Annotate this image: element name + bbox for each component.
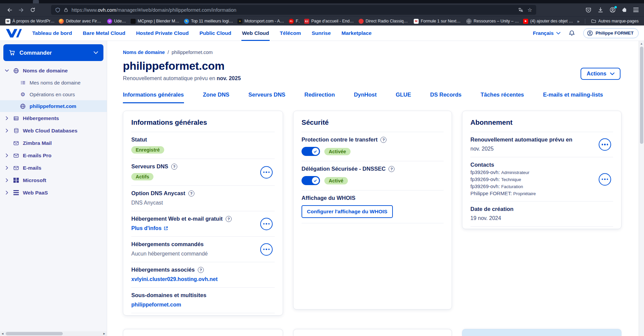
url-bar[interactable]: https://www.ovh.com/manager/#/web/domain… [51,5,536,15]
renewal-menu-button[interactable] [599,138,611,151]
bookmark-star-icon[interactable]: ☆ [527,7,532,13]
nav-bare-metal-cloud[interactable]: Bare Metal Cloud [83,25,126,41]
nav-web-cloud[interactable]: Web Cloud [242,25,269,41]
bookmarks-overflow-chevron[interactable]: » [576,19,581,24]
bookmark-item[interactable]: F1F1 [287,18,302,24]
scroll-left-arrow[interactable]: ◄ [0,331,5,336]
scroll-right-arrow[interactable]: ► [102,331,107,336]
bookmarks-bar: WÀ propos de WordPress Débuter avec Fire… [0,16,644,25]
pocket-icon[interactable] [585,7,592,13]
nav-telecom[interactable]: Télécom [280,25,301,41]
order-button[interactable]: Commander [3,44,103,61]
bookmark-item[interactable]: EJPage d'accueil - Endur... [302,18,357,24]
sidebar-horizontal-scrollbar[interactable]: ◄ ► [0,331,107,336]
created-value: 19 nov. 2024 [470,215,613,221]
user-account-button[interactable]: Philippe FORMET [583,28,639,38]
dnssec-status-badge: Activé [324,177,348,184]
sidebar-item-microsoft[interactable]: Microsoft [0,174,107,186]
bookmark-item[interactable]: Débuter avec Firefox [57,18,105,24]
help-icon[interactable]: ? [380,137,386,143]
sidebar-item-emails[interactable]: E-mails [0,162,107,174]
envelope-icon [13,140,19,146]
sidebar-item-web-paas[interactable]: Web PaaS [0,186,107,199]
nav-sunrise[interactable]: Sunrise [312,25,331,41]
breadcrumb-root-link[interactable]: Noms de domaine [123,50,165,55]
freehost-menu-button[interactable] [260,218,273,230]
bookmark-item[interactable]: ✎Top 11 meilleurs logici... [182,18,235,24]
downloads-icon[interactable] [597,7,604,13]
bookmark-item[interactable]: MCprep | Blender Min... [129,18,182,24]
nav-tableau-de-bord[interactable]: Tableau de bord [32,25,72,41]
scrollbar-thumb[interactable] [6,332,63,335]
tab-taches-recentes[interactable]: Tâches récentes [480,92,524,103]
forward-button[interactable] [15,5,27,15]
tab-zone-dns[interactable]: Zone DNS [203,92,229,103]
sidebar-item-mes-noms-de-domaine[interactable]: Mes noms de domaine [0,77,107,89]
translate-icon[interactable] [518,7,523,13]
browser-tab[interactable] [33,0,39,3]
lock-icon[interactable] [63,7,68,12]
row-hebergement-gratuit: Hébergement Web et e-mail gratuit? Plus … [131,211,275,237]
sidebar-item-zimbra-mail[interactable]: Zimbra Mail [0,137,107,149]
configure-whois-button[interactable]: Configurer l'affichage du WHOIS [302,205,393,218]
extensions-puzzle-icon[interactable] [622,7,628,13]
help-icon[interactable]: ? [226,216,232,222]
subdomain-link[interactable]: philippeformet.com [131,302,181,308]
language-selector[interactable]: Français [533,30,560,36]
actions-button[interactable]: Actions [581,68,620,80]
nav-marketplace[interactable]: Marketplace [341,25,372,41]
tab-ds-records[interactable]: DS Records [430,92,462,103]
tab-serveurs-dns[interactable]: Serveurs DNS [248,92,285,103]
help-icon[interactable]: ? [198,267,204,273]
row-contacts: Contacts fp39269-ovh: Administrateur fp3… [470,157,613,202]
contact-line: fp39269-ovh: Administrateur [470,169,613,175]
other-bookmarks-folder[interactable]: Autres marque-pages [589,18,641,24]
contacts-menu-button[interactable] [599,173,611,185]
sidebar-item-web-cloud-databases[interactable]: Web Cloud Databases [0,124,107,137]
help-icon[interactable]: ? [171,164,177,170]
account-icon[interactable] [609,7,616,13]
bookmark-item[interactable]: »Motorsport.com - Act... [235,18,287,24]
scrollbar-thumb[interactable] [640,47,643,144]
menu-icon[interactable] [633,8,639,12]
tab-emails-mailing-lists[interactable]: E-mails et mailing-lists [543,92,603,103]
ovhcloud-logo[interactable] [5,29,22,38]
bookmark-item[interactable]: Ressources – Unity – O... [464,18,521,24]
cluster-link[interactable]: xvlyini.cluster029.hosting.ovh.net [131,276,218,282]
globe-icon [13,68,19,74]
dns-menu-button[interactable] [260,166,273,178]
scroll-up-arrow[interactable]: ▲ [640,41,643,46]
sidebar-item-operations-en-cours[interactable]: ⚙ Opérations en cours [0,89,107,100]
help-icon[interactable]: ? [388,166,395,172]
transfer-protection-toggle[interactable] [302,147,320,156]
external-link-icon [164,226,168,231]
chevron-down-icon [610,72,614,75]
bookmark-item[interactable]: (4) ajouter des objet a ... [521,18,576,24]
globe-icon [466,19,471,24]
bookmark-item[interactable]: WÀ propos de WordPress [3,18,57,24]
help-icon[interactable]: ? [188,190,194,197]
tab-redirection[interactable]: Redirection [304,92,335,103]
vertical-scrollbar[interactable]: ▲ [639,41,644,336]
tracking-shield-icon[interactable] [55,7,60,13]
plus-dinfos-link[interactable]: Plus d'infos [131,225,168,231]
bookmark-item[interactable]: UUdemy [105,18,129,24]
sidebar-item-philippeformet[interactable]: philippeformet.com [0,100,107,112]
browser-tabstrip [0,0,644,3]
tab-informations-generales[interactable]: Informations générales [123,92,184,103]
sidebar-item-emails-pro[interactable]: E-mails Pro [0,149,107,162]
tab-dynhost[interactable]: DynHost [354,92,377,103]
sidebar-item-hebergements[interactable]: Hébergements [0,112,107,124]
nav-public-cloud[interactable]: Public Cloud [199,25,231,41]
row-serveurs-dns: Serveurs DNS? Actifs [131,159,275,186]
sidebar-item-noms-de-domaine[interactable]: Noms de domaine [0,64,107,77]
bookmark-item[interactable]: MFormule 1 sur Nextge... [412,18,465,24]
dnssec-toggle[interactable] [302,176,320,185]
bookmark-item[interactable]: Direct Radio Classique... [357,18,412,24]
reload-button[interactable] [27,5,38,15]
ordered-menu-button[interactable] [260,243,273,256]
back-button[interactable] [4,5,15,15]
tab-glue[interactable]: GLUE [396,92,411,103]
notifications-bell-icon[interactable] [568,30,575,37]
nav-hosted-private-cloud[interactable]: Hosted Private Cloud [136,25,189,41]
